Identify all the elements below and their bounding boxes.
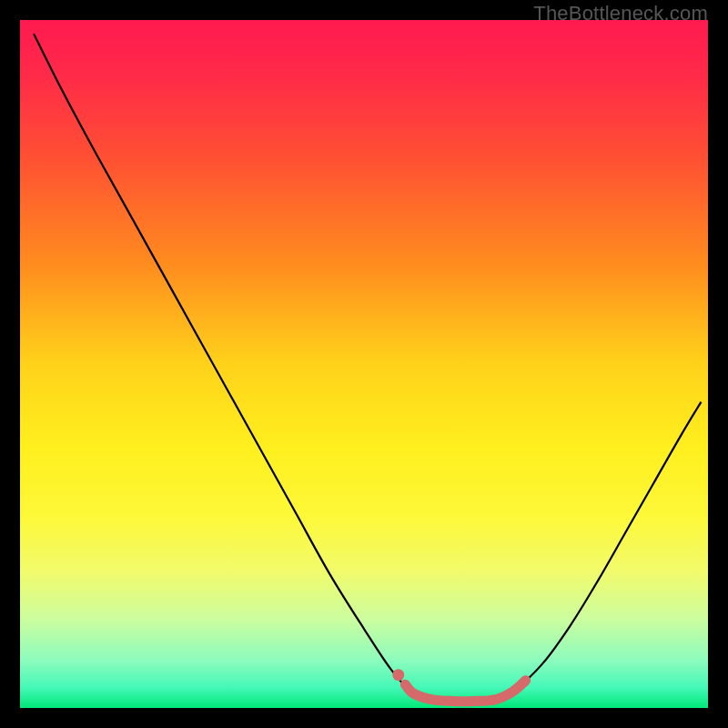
highlight-dot (392, 669, 404, 681)
chart-svg (20, 20, 708, 708)
plot-background (20, 20, 708, 708)
chart-container: TheBottleneck.com (0, 0, 728, 728)
